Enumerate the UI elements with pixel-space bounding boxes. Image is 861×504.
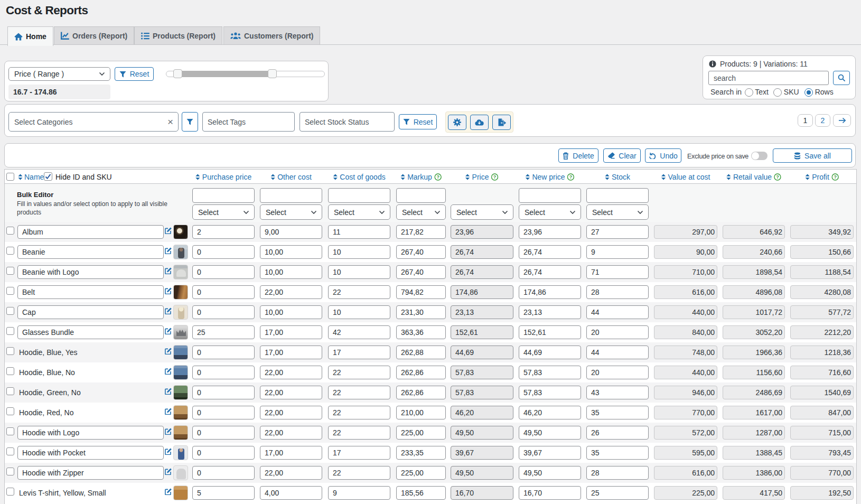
svg-text:?: ?	[834, 174, 837, 180]
svg-text:?: ?	[776, 174, 779, 180]
svg-text:?: ?	[569, 174, 573, 180]
svg-text:?: ?	[436, 174, 439, 180]
svg-text:?: ?	[493, 174, 497, 180]
